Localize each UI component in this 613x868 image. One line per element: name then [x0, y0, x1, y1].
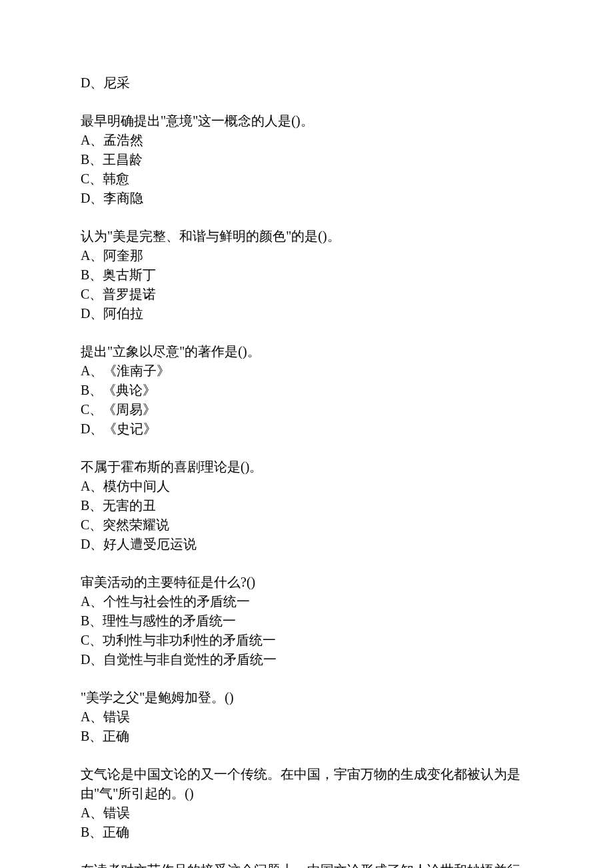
question-stem: 最早明确提出"意境"这一概念的人是()。 — [81, 111, 532, 131]
question-2: 认为"美是完整、和谐与鲜明的颜色"的是()。 A、阿奎那 B、奥古斯丁 C、普罗… — [81, 227, 532, 323]
question-stem: "美学之父"是鲍姆加登。() — [81, 688, 532, 707]
question-option: B、《典论》 — [81, 381, 532, 400]
question-3: 提出"立象以尽意"的著作是()。 A、《淮南子》 B、《典论》 C、《周易》 D… — [81, 342, 532, 439]
question-option: A、孟浩然 — [81, 131, 532, 150]
question-7: 文气论是中国文论的又一个传统。在中国，宇宙万物的生成变化都被认为是由"气"所引起… — [81, 765, 532, 842]
question-option: B、王昌龄 — [81, 150, 532, 169]
question-option: B、无害的丑 — [81, 496, 532, 515]
question-option: C、韩愈 — [81, 169, 532, 189]
question-option: B、理性与感性的矛盾统一 — [81, 611, 532, 631]
question-stem: 在读者对文艺作品的接受这个问题上，中国文论形成了知人论世和妙悟并行的传统。() — [81, 861, 532, 868]
question-option: A、阿奎那 — [81, 246, 532, 265]
question-option: C、普罗提诺 — [81, 285, 532, 304]
question-4: 不属于霍布斯的喜剧理论是()。 A、模仿中间人 B、无害的丑 C、突然荣耀说 D… — [81, 457, 532, 554]
question-option: A、个性与社会性的矛盾统一 — [81, 592, 532, 611]
question-stem: 认为"美是完整、和谐与鲜明的颜色"的是()。 — [81, 227, 532, 246]
question-stem: 审美活动的主要特征是什么?() — [81, 573, 532, 592]
question-option: D、自觉性与非自觉性的矛盾统一 — [81, 650, 532, 669]
question-option: A、错误 — [81, 707, 532, 727]
question-option: A、《淮南子》 — [81, 361, 532, 381]
question-option: D、李商隐 — [81, 189, 532, 208]
question-stem: 文气论是中国文论的又一个传统。在中国，宇宙万物的生成变化都被认为是由"气"所引起… — [81, 765, 532, 803]
question-option: B、奥古斯丁 — [81, 265, 532, 285]
question-stem: 不属于霍布斯的喜剧理论是()。 — [81, 457, 532, 477]
question-option: D、好人遭受厄运说 — [81, 535, 532, 554]
question-option: C、功利性与非功利性的矛盾统一 — [81, 631, 532, 650]
question-option: D、《史记》 — [81, 419, 532, 439]
orphan-option: D、尼采 — [81, 73, 532, 93]
question-stem: 提出"立象以尽意"的著作是()。 — [81, 342, 532, 361]
question-option: B、正确 — [81, 823, 532, 842]
question-option: B、正确 — [81, 727, 532, 746]
question-option: D、阿伯拉 — [81, 304, 532, 323]
question-8: 在读者对文艺作品的接受这个问题上，中国文论形成了知人论世和妙悟并行的传统。() … — [81, 861, 532, 868]
question-6: "美学之父"是鲍姆加登。() A、错误 B、正确 — [81, 688, 532, 746]
question-option: A、错误 — [81, 803, 532, 823]
question-option: C、《周易》 — [81, 400, 532, 419]
question-option: A、模仿中间人 — [81, 477, 532, 496]
question-1: 最早明确提出"意境"这一概念的人是()。 A、孟浩然 B、王昌龄 C、韩愈 D、… — [81, 111, 532, 208]
question-5: 审美活动的主要特征是什么?() A、个性与社会性的矛盾统一 B、理性与感性的矛盾… — [81, 573, 532, 669]
question-option: C、突然荣耀说 — [81, 515, 532, 535]
